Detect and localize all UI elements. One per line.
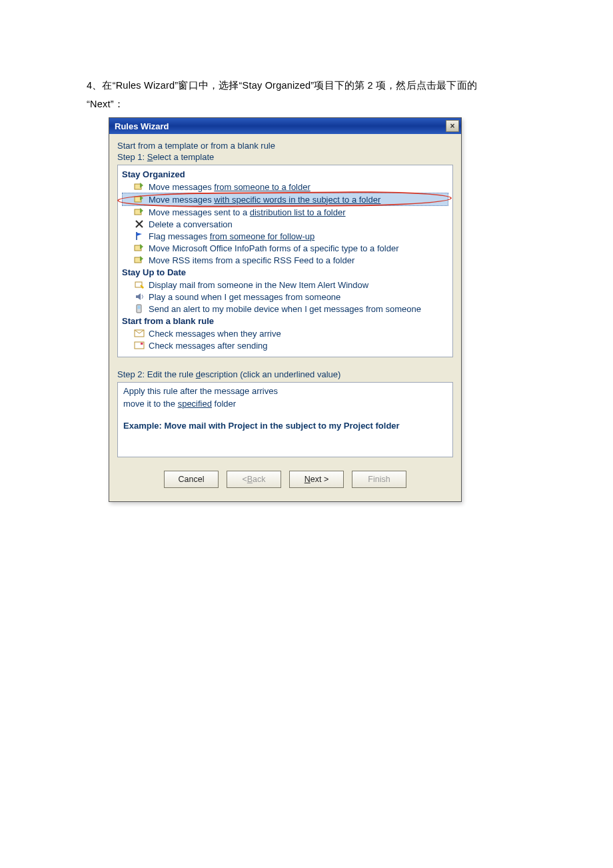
step1-label: Step 1: Select a template: [117, 152, 453, 162]
start-from-text: Start from a template or from a blank ru…: [117, 141, 453, 151]
instruction-text: 4、在“Rules Wizard”窗口中，选择“Stay Organized”项…: [87, 77, 530, 113]
template-label: Move messages sent to a distribution lis…: [149, 207, 346, 217]
desc-line1: Apply this rule after the message arrive…: [123, 385, 447, 398]
template-label: Move messages with specific words in the…: [149, 195, 380, 205]
desc-example: Example: Move mail with Project in the s…: [123, 420, 447, 433]
svg-point-6: [142, 287, 144, 289]
dialog-body: Start from a template or from a blank ru…: [109, 134, 461, 501]
cancel-button[interactable]: Cancel: [164, 471, 219, 488]
back-button[interactable]: < Back: [227, 471, 281, 488]
template-item[interactable]: Delete a conversation: [122, 218, 448, 230]
button-bar: Cancel < Back Next > Finish: [117, 471, 453, 492]
category-stay-organized: Stay Organized: [122, 168, 448, 181]
svg-rect-8: [138, 306, 141, 309]
envelope-icon: [134, 328, 145, 339]
envelope-stamp-icon: [134, 340, 145, 351]
next-button[interactable]: Next >: [289, 471, 344, 488]
template-label: Move messages from someone to a folder: [149, 182, 310, 192]
template-item[interactable]: Send an alert to my mobile device when I…: [122, 303, 448, 315]
document-page: 4、在“Rules Wizard”窗口中，选择“Stay Organized”项…: [0, 0, 613, 868]
finish-button[interactable]: Finish: [352, 471, 406, 488]
template-item[interactable]: Display mail from someone in the New Ite…: [122, 279, 448, 291]
template-label: Flag messages from someone for follow-up: [149, 231, 314, 241]
template-item[interactable]: Move messages sent to a distribution lis…: [122, 206, 448, 218]
move-to-folder-icon: [134, 243, 145, 253]
category-stay-uptodate: Stay Up to Date: [122, 266, 448, 279]
template-item[interactable]: Play a sound when I get messages from so…: [122, 291, 448, 303]
svg-rect-11: [141, 343, 143, 345]
category-blank-rule: Start from a blank rule: [122, 315, 448, 327]
sound-icon: [134, 291, 145, 302]
window-title: Rules Wizard: [115, 121, 169, 131]
template-item[interactable]: Move RSS items from a specific RSS Feed …: [122, 254, 448, 266]
template-label: Move Microsoft Office InfoPath forms of …: [149, 243, 398, 253]
alert-icon: [134, 279, 145, 290]
template-label: Check messages after sending: [149, 341, 267, 351]
template-label: Send an alert to my mobile device when I…: [149, 304, 421, 314]
rules-wizard-dialog: Rules Wizard × Start from a template or …: [109, 117, 462, 502]
template-label: Delete a conversation: [149, 219, 233, 229]
template-item[interactable]: Check messages after sending: [122, 339, 448, 351]
template-label: Move RSS items from a specific RSS Feed …: [149, 255, 354, 265]
template-item[interactable]: Move Microsoft Office InfoPath forms of …: [122, 242, 448, 254]
template-label: Check messages when they arrive: [149, 329, 281, 339]
template-item-selected[interactable]: Move messages with specific words in the…: [122, 193, 448, 206]
delete-icon: [134, 219, 145, 229]
template-item[interactable]: Move messages from someone to a folder: [122, 181, 448, 193]
template-item[interactable]: Check messages when they arrive: [122, 327, 448, 339]
template-item[interactable]: Flag messages from someone for follow-up: [122, 230, 448, 242]
desc-line2: move it to the specified folder: [123, 398, 447, 411]
template-list[interactable]: Stay Organized Move messages from someon…: [117, 165, 453, 357]
close-button[interactable]: ×: [446, 120, 459, 132]
mobile-icon: [134, 303, 145, 314]
template-label: Display mail from someone in the New Ite…: [149, 280, 368, 290]
move-to-folder-icon: [134, 194, 145, 205]
titlebar[interactable]: Rules Wizard ×: [109, 118, 461, 134]
template-label: Play a sound when I get messages from so…: [149, 292, 340, 302]
step2-label: Step 2: Edit the rule description (click…: [117, 369, 453, 379]
move-to-folder-icon: [134, 255, 145, 265]
move-to-folder-icon: [134, 181, 145, 192]
close-icon: ×: [450, 122, 454, 130]
move-to-folder-icon: [134, 207, 145, 217]
flag-icon: [134, 231, 145, 241]
specified-folder-link[interactable]: specified: [178, 399, 212, 409]
rule-description-box: Apply this rule after the message arrive…: [117, 382, 453, 457]
